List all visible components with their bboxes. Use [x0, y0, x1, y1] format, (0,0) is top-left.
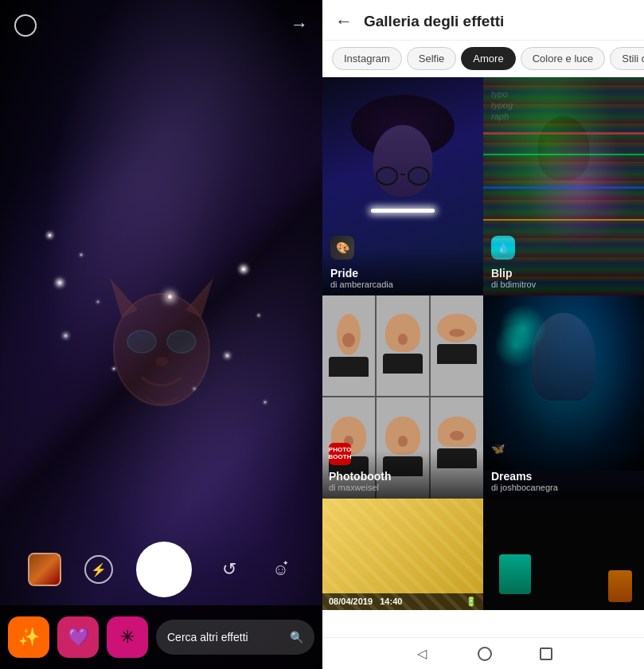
forward-arrow-icon[interactable]: → — [291, 14, 308, 35]
search-effects-button[interactable]: Cerca altri effetti 🔍 — [156, 620, 314, 655]
dreams-author: di joshbocanegra — [491, 483, 636, 492]
dreams-title: Dreams — [491, 470, 636, 483]
tab-stili[interactable]: Stili della — [610, 47, 644, 70]
phone-status-bar: 08/04/2019 14:40 🔋 — [322, 593, 483, 610]
refresh-icon: ↺ — [222, 559, 236, 580]
photobooth-author: di maxweisel — [329, 483, 477, 492]
effect-heart[interactable]: 💜 — [57, 616, 99, 658]
sparkles-icon: ✨ — [18, 627, 40, 647]
pb-face-1 — [322, 295, 375, 396]
bottom-strip: 08/04/2019 14:40 🔋 — [322, 499, 644, 610]
capture-button[interactable] — [136, 542, 192, 597]
nav-recent-button[interactable] — [540, 647, 552, 660]
pride-author: di amberarcadia — [330, 280, 475, 289]
effect-blip-cell[interactable]: typotypograph 💧 Blip di bdimitro — [483, 77, 644, 295]
tab-instagram[interactable]: Instagram — [332, 47, 402, 70]
burst-icon: ✳ — [120, 627, 135, 647]
dreams-label: Dreams di joshbocanegra — [483, 451, 644, 499]
effect-photobooth-cell[interactable]: PHOTO BOOTH Photobooth di maxweisel — [322, 295, 483, 498]
photobooth-label-area: PHOTO BOOTH Photobooth di maxweisel — [322, 451, 483, 499]
pride-title: Pride — [330, 267, 475, 280]
battery-icon: 🔋 — [466, 597, 477, 607]
tab-colore[interactable]: Colore e luce — [521, 47, 606, 70]
effect-pride-cell[interactable]: 🎨 Pride di amberarcadia — [322, 77, 483, 295]
pb-face-2 — [377, 295, 429, 396]
nav-back-icon: ◁ — [417, 646, 427, 661]
orange-shape — [608, 570, 632, 602]
svg-point-3 — [127, 331, 156, 353]
nav-back-button[interactable]: ◁ — [414, 646, 430, 662]
photobooth-badge-text: PHOTO BOOTH — [329, 447, 352, 461]
tab-selfie[interactable]: Selfie — [407, 47, 457, 70]
pride-face — [373, 125, 433, 197]
effects-button[interactable]: ☺ ✦ — [267, 555, 295, 584]
pride-label: Pride di amberarcadia — [322, 248, 483, 295]
effect-dreams-cell[interactable]: 🦋 Dreams di joshbocanegra — [483, 295, 644, 498]
status-time: 14:40 — [380, 597, 402, 606]
effects-bar: ✨ 💜 ✳ Cerca altri effetti 🔍 — [0, 605, 322, 669]
bolt-icon: ⚡ — [91, 562, 107, 577]
pb-face-3 — [431, 295, 483, 396]
gallery-header: ← Galleria degli effetti — [322, 0, 644, 41]
heart-icon: 💜 — [68, 627, 89, 647]
pride-glasses — [376, 166, 430, 186]
photobooth-badge: PHOTO BOOTH — [329, 443, 351, 465]
status-date: 08/04/2019 — [329, 597, 373, 606]
nav-home-button[interactable] — [478, 647, 492, 661]
back-button[interactable]: ← — [335, 11, 353, 32]
effect-burst[interactable]: ✳ — [107, 616, 148, 658]
effect-sparkles[interactable]: ✨ — [8, 616, 49, 658]
strip-dark[interactable] — [483, 499, 644, 610]
svg-point-2 — [114, 294, 209, 405]
gallery-panel: ← Galleria degli effetti Instagram Selfi… — [322, 0, 644, 669]
camera-controls: ⚡ ↺ ☺ ✦ — [0, 542, 322, 597]
photobooth-title: Photobooth — [329, 470, 477, 483]
circle-icon[interactable] — [14, 14, 37, 37]
search-icon: 🔍 — [290, 631, 303, 644]
camera-panel: → ⚡ ↺ ☺ ✦ ✨ 💜 ✳ Cerca altri effetti 🔍 — [0, 0, 322, 669]
tab-amore[interactable]: Amore — [461, 47, 515, 70]
pride-sparkle — [371, 209, 435, 213]
strip-yellow[interactable]: 08/04/2019 14:40 🔋 — [322, 499, 483, 610]
cerca-label: Cerca altri effetti — [167, 631, 248, 644]
svg-point-4 — [167, 331, 196, 353]
teal-shape — [499, 554, 531, 594]
devil-mask-icon — [98, 270, 225, 413]
flip-camera-button[interactable]: ↺ — [215, 555, 244, 584]
gallery-title: Galleria degli effetti — [364, 13, 504, 30]
flash-button[interactable]: ⚡ — [84, 555, 113, 584]
tabs-row: Instagram Selfie Amore Colore e luce Sti… — [322, 41, 644, 77]
svg-point-5 — [155, 357, 168, 366]
dreams-background — [483, 295, 644, 471]
gallery-grid: 🎨 Pride di amberarcadia typotypograph — [322, 77, 644, 637]
gallery-thumbnail[interactable] — [28, 553, 61, 586]
android-nav-bar: ◁ — [322, 637, 644, 669]
